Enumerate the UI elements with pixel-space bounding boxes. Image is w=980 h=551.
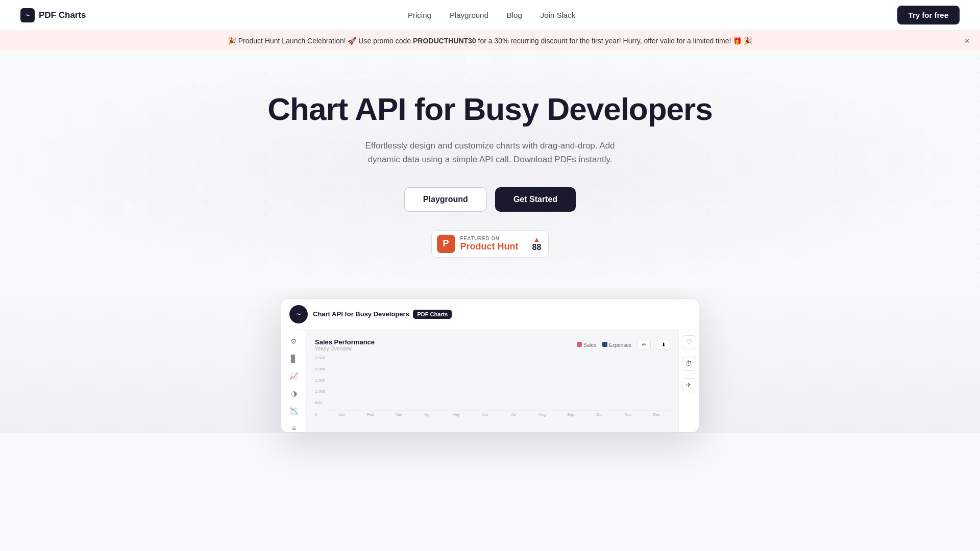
- chart-title-row: Sales Performance Yearly Overview Sales …: [315, 338, 670, 352]
- ph-featured-label: FEATURED ON: [460, 236, 500, 241]
- chart-area: Sales Performance Yearly Overview Sales …: [307, 330, 678, 432]
- chart-legend: Sales Expenses ✏ ⬇: [577, 340, 670, 349]
- banner-text: 🎉 Product Hunt Launch Celebration! 🚀 Use…: [228, 37, 752, 45]
- sidebar-table-icon[interactable]: ≡: [288, 424, 300, 432]
- app-right-panel: ♡ ⏱ ✈: [678, 330, 699, 432]
- logo-icon: ~: [20, 8, 35, 22]
- nav-links: Pricing Playground Blog Join Slack: [408, 11, 575, 20]
- sidebar-line-chart-icon[interactable]: 📈: [288, 372, 300, 380]
- logo-text: PDF Charts: [39, 10, 86, 20]
- ph-upvote-icon: ▲: [533, 236, 541, 243]
- sidebar-pie-chart-icon[interactable]: ◑: [288, 389, 300, 397]
- ph-product-name: Product Hunt: [460, 241, 519, 252]
- sidebar-settings-icon[interactable]: ⚙: [288, 337, 300, 345]
- chart-title: Sales Performance Yearly Overview: [315, 338, 375, 352]
- hero-title: Chart API for Busy Developers: [267, 92, 712, 127]
- app-window: ~ Chart API for Busy Developers PDF Char…: [281, 298, 699, 433]
- chart-edit-button[interactable]: ✏: [638, 340, 651, 349]
- sidebar-area-chart-icon[interactable]: 📉: [288, 407, 300, 415]
- share-button[interactable]: ✈: [682, 378, 696, 392]
- product-hunt-badge[interactable]: P FEATURED ON Product Hunt ▲ 88: [431, 230, 549, 258]
- app-sidebar: ⚙ ▊ 📈 ◑ 📉 ≡ T: [281, 330, 307, 432]
- ph-logo-icon: P: [437, 235, 455, 253]
- banner-close-button[interactable]: ×: [964, 36, 970, 46]
- ph-vote-count: 88: [532, 243, 542, 252]
- ph-text: FEATURED ON Product Hunt: [460, 236, 519, 252]
- navbar: ~ PDF Charts Pricing Playground Blog Joi…: [0, 0, 980, 31]
- nav-blog[interactable]: Blog: [507, 11, 522, 19]
- ph-votes-section: ▲ 88: [526, 236, 542, 252]
- x-axis-labels: Jan Feb Mar Apr May Jun Jul Aug Sep Oct …: [328, 412, 670, 417]
- bar-chart-container: Jan Feb Mar Apr May Jun Jul Aug Sep Oct …: [328, 355, 670, 417]
- preview-title: Chart API for Busy Developers PDF Charts: [313, 310, 452, 318]
- bar-chart: [328, 355, 670, 411]
- promo-code: PRODUCTHUNT30: [413, 37, 476, 45]
- nav-slack[interactable]: Join Slack: [541, 11, 575, 19]
- y-axis-labels: 2,500 2,000 1,500 1,000 500 0: [315, 356, 325, 417]
- chart-download-button[interactable]: ⬇: [657, 340, 670, 349]
- hero-content: Chart API for Busy Developers Effortless…: [267, 92, 712, 258]
- app-interior: ⚙ ▊ 📈 ◑ 📉 ≡ T Sales Performance Yearly O…: [281, 330, 699, 432]
- app-preview-icon: ~: [289, 305, 308, 323]
- nav-playground[interactable]: Playground: [450, 11, 488, 19]
- history-button[interactable]: ⏱: [682, 357, 696, 371]
- ph-preview-info: Chart API for Busy Developers PDF Charts: [313, 310, 452, 318]
- try-for-free-button[interactable]: Try for free: [897, 6, 960, 24]
- ph-preview-bar: ~ Chart API for Busy Developers PDF Char…: [281, 299, 699, 330]
- chart-body: 2,500 2,000 1,500 1,000 500 0: [315, 355, 670, 417]
- hero-section: Chart API for Busy Developers Effortless…: [0, 51, 980, 288]
- logo-link[interactable]: ~ PDF Charts: [20, 8, 86, 22]
- get-started-button[interactable]: Get Started: [495, 187, 576, 212]
- hero-buttons: Playground Get Started: [267, 187, 712, 212]
- nav-pricing[interactable]: Pricing: [408, 11, 431, 19]
- app-preview-section: ~ Chart API for Busy Developers PDF Char…: [0, 288, 980, 433]
- preview-badge: PDF Charts: [413, 310, 452, 319]
- sidebar-bar-chart-icon[interactable]: ▊: [288, 355, 300, 363]
- promo-banner: 🎉 Product Hunt Launch Celebration! 🚀 Use…: [0, 31, 980, 51]
- hero-subtitle: Effortlessly design and customize charts…: [357, 139, 623, 166]
- playground-button[interactable]: Playground: [404, 187, 487, 212]
- favorite-button[interactable]: ♡: [682, 335, 696, 349]
